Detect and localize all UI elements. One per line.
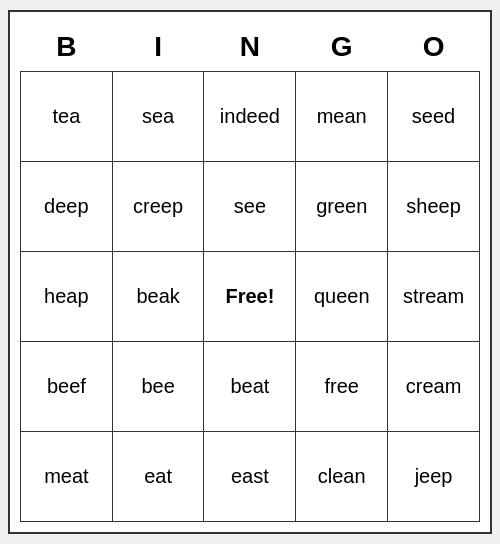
bingo-cell-r0-c2: indeed <box>204 72 296 162</box>
bingo-cell-r0-c4: seed <box>388 72 480 162</box>
header-cell-o: O <box>388 22 480 72</box>
bingo-cell-r4-c4: jeep <box>388 432 480 522</box>
bingo-cell-r3-c2: beat <box>204 342 296 432</box>
bingo-cell-r2-c4: stream <box>388 252 480 342</box>
bingo-cell-r1-c3: green <box>296 162 388 252</box>
table-row: beefbeebeatfreecream <box>21 342 480 432</box>
bingo-cell-r4-c0: meat <box>21 432 113 522</box>
bingo-cell-r0-c1: sea <box>112 72 204 162</box>
bingo-cell-r4-c1: eat <box>112 432 204 522</box>
bingo-cell-r1-c1: creep <box>112 162 204 252</box>
header-cell-i: I <box>112 22 204 72</box>
bingo-cell-r4-c3: clean <box>296 432 388 522</box>
bingo-cell-r3-c1: bee <box>112 342 204 432</box>
bingo-cell-r1-c4: sheep <box>388 162 480 252</box>
table-row: heapbeakFree!queenstream <box>21 252 480 342</box>
bingo-card: BINGO teaseaindeedmeanseeddeepcreepseegr… <box>8 10 492 535</box>
table-row: meateateastcleanjeep <box>21 432 480 522</box>
bingo-cell-r2-c3: queen <box>296 252 388 342</box>
bingo-cell-r3-c3: free <box>296 342 388 432</box>
bingo-cell-r1-c0: deep <box>21 162 113 252</box>
bingo-cell-r2-c2: Free! <box>204 252 296 342</box>
bingo-cell-r1-c2: see <box>204 162 296 252</box>
bingo-cell-r2-c0: heap <box>21 252 113 342</box>
header-row: BINGO <box>21 22 480 72</box>
bingo-cell-r2-c1: beak <box>112 252 204 342</box>
bingo-cell-r0-c0: tea <box>21 72 113 162</box>
bingo-cell-r0-c3: mean <box>296 72 388 162</box>
table-row: teaseaindeedmeanseed <box>21 72 480 162</box>
header-cell-g: G <box>296 22 388 72</box>
header-cell-n: N <box>204 22 296 72</box>
table-row: deepcreepseegreensheep <box>21 162 480 252</box>
bingo-cell-r4-c2: east <box>204 432 296 522</box>
bingo-cell-r3-c4: cream <box>388 342 480 432</box>
header-cell-b: B <box>21 22 113 72</box>
bingo-table: BINGO teaseaindeedmeanseeddeepcreepseegr… <box>20 22 480 523</box>
bingo-cell-r3-c0: beef <box>21 342 113 432</box>
